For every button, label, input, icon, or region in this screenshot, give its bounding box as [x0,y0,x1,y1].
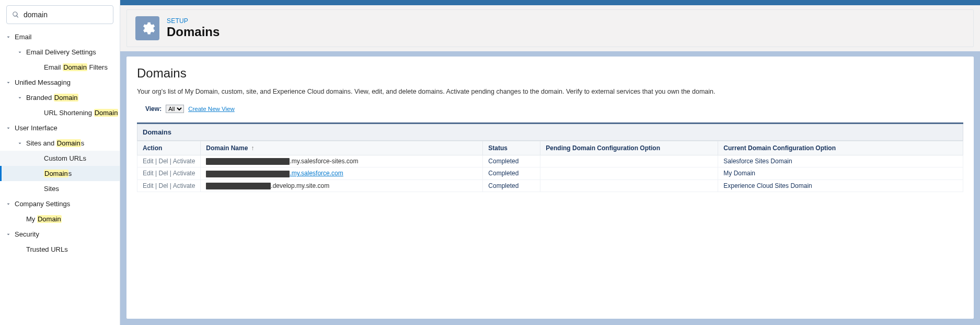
page-heading: Domains [137,66,963,81]
col-current[interactable]: Current Domain Configuration Option [718,141,963,155]
page-body: Domains Your org's list of My Domain, cu… [126,57,974,319]
page-header-text: SETUP Domains [167,17,220,39]
redacted-segment [206,158,290,165]
activate-link[interactable]: Activate [173,182,195,189]
pending-cell [540,167,718,180]
col-pending[interactable]: Pending Domain Configuration Option [540,141,718,155]
current-cell: Salesforce Sites Domain [718,155,963,167]
col-action[interactable]: Action [137,141,201,155]
page-eyebrow: SETUP [167,17,220,25]
setup-gear-icon [135,16,159,40]
setup-sidebar: EmailEmail Delivery SettingsEmail Domain… [0,0,120,325]
chevron-down-icon[interactable] [16,48,24,57]
page-title: Domains [167,25,220,39]
chevron-down-icon[interactable] [4,33,13,41]
domain-name[interactable]: .my.salesforce.com [290,170,343,177]
sidebar-item-label: Security [15,230,39,238]
chevron-down-icon[interactable] [4,79,13,87]
sidebar-item-email[interactable]: Email [0,29,120,44]
domain-name-cell: .my.salesforce.com [201,167,483,180]
row-actions: Edit | Del | Activate [137,180,201,192]
header-band: SETUP Domains [120,5,980,51]
sidebar-item-my-domain[interactable]: My Domain [0,211,120,227]
table-row: Edit | Del | Activate.develop.my.site.co… [137,180,963,192]
chevron-down-icon[interactable] [4,200,13,208]
domains-table-wrap: Domains Action Domain Name↑ Status Pendi… [137,122,963,192]
setup-tree: EmailEmail Delivery SettingsEmail Domain… [0,29,120,325]
activate-link[interactable]: Activate [173,158,195,165]
chevron-down-icon[interactable] [4,124,13,132]
sidebar-item-label: Company Settings [15,200,70,208]
search-wrap [0,0,120,29]
activate-link[interactable]: Activate [173,170,195,177]
del-link[interactable]: Del [158,182,168,189]
sidebar-item-label: Email Domain Filters [44,63,108,71]
edit-link[interactable]: Edit [143,158,154,165]
table-row: Edit | Del | Activate.my.salesforce.comC… [137,167,963,180]
domains-table-title: Domains [137,124,963,141]
sidebar-item-label: URL Shortening Domain [44,109,118,117]
redacted-segment [206,171,290,177]
sidebar-item-trusted-urls[interactable]: Trusted URLs [0,242,120,257]
sidebar-item-label: Custom URLs [44,154,86,162]
sidebar-item-security[interactable]: Security [0,227,120,242]
domain-name: .my.salesforce-sites.com [290,158,358,165]
pending-cell [540,180,718,192]
sidebar-item-sites-dom[interactable]: Sites and Domains [0,136,120,151]
view-row: View: All Create New View [137,105,963,113]
status-cell: Completed [483,167,540,180]
sidebar-item-url-short[interactable]: URL Shortening Domain [0,105,120,120]
current-cell: Experience Cloud Sites Domain [718,180,963,192]
sidebar-item-label: Sites [44,185,59,193]
sidebar-item-label: Branded Domain [26,94,78,102]
domain-name: .develop.my.site.com [271,182,329,189]
create-new-view-link[interactable]: Create New View [188,106,235,112]
sort-asc-icon: ↑ [251,144,254,152]
edit-link[interactable]: Edit [143,182,154,189]
sidebar-item-label: User Interface [15,124,57,132]
col-status[interactable]: Status [483,141,540,155]
sidebar-item-ui[interactable]: User Interface [0,120,120,136]
chevron-down-icon[interactable] [16,139,24,148]
search-icon [12,11,19,18]
row-actions: Edit | Del | Activate [137,155,201,167]
sidebar-item-label: Trusted URLs [26,245,68,253]
domain-name-cell: .develop.my.site.com [201,180,483,192]
sidebar-item-label: Domains [44,170,72,177]
pending-cell [540,155,718,167]
domain-name-cell: .my.salesforce-sites.com [201,155,483,167]
page-header-card: SETUP Domains [126,9,974,47]
status-cell: Completed [483,180,540,192]
sidebar-item-email-del[interactable]: Email Delivery Settings [0,44,120,60]
sidebar-item-email-dom-filt[interactable]: Email Domain Filters [0,60,120,75]
quick-find-box[interactable] [6,5,113,24]
content-area: SETUP Domains Domains Your org's list of… [120,0,980,325]
sidebar-item-sites[interactable]: Sites [0,181,120,196]
domains-table: Action Domain Name↑ Status Pending Domai… [137,141,963,192]
page-description: Your org's list of My Domain, custom, si… [137,88,963,95]
sidebar-item-label: Unified Messaging [15,79,71,86]
redacted-segment [206,183,271,189]
sidebar-item-label: Email Delivery Settings [26,48,96,56]
sidebar-item-label: Email [15,33,32,41]
quick-find-input[interactable] [7,6,113,24]
sidebar-item-company[interactable]: Company Settings [0,196,120,211]
sidebar-item-branded[interactable]: Branded Domain [0,90,120,105]
chevron-down-icon[interactable] [16,94,24,102]
edit-link[interactable]: Edit [143,170,154,177]
top-strip [120,0,980,5]
sidebar-item-unified[interactable]: Unified Messaging [0,75,120,90]
view-select[interactable]: All [166,105,184,113]
status-cell: Completed [483,155,540,167]
row-actions: Edit | Del | Activate [137,167,201,180]
sidebar-item-custom-urls[interactable]: Custom URLs [0,151,120,166]
del-link[interactable]: Del [158,170,168,177]
col-domain[interactable]: Domain Name↑ [201,141,483,155]
current-cell: My Domain [718,167,963,180]
sidebar-item-label: Sites and Domains [26,139,84,147]
sidebar-item-domains[interactable]: Domains [0,166,120,181]
table-row: Edit | Del | Activate.my.salesforce-site… [137,155,963,167]
chevron-down-icon[interactable] [4,230,13,239]
del-link[interactable]: Del [158,158,168,165]
view-label: View: [145,105,162,113]
